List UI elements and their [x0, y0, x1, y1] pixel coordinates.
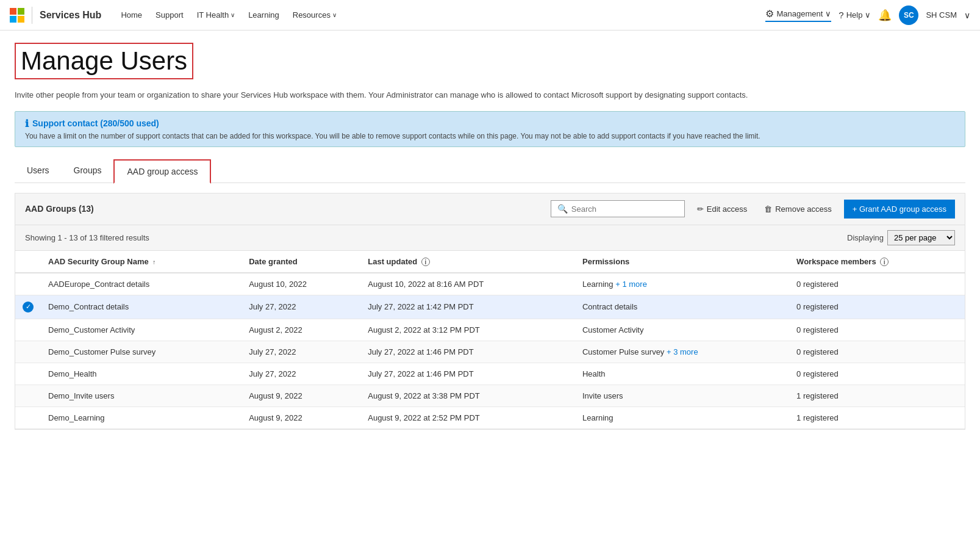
workspace-members-cell: 0 registered — [789, 363, 965, 385]
tab-aad-group-access[interactable]: AAD group access — [113, 159, 211, 184]
table-row: AADEurope_Contract detailsAugust 10, 202… — [15, 273, 965, 295]
search-icon: 🔍 — [557, 204, 568, 214]
avatar[interactable]: SC — [899, 5, 918, 25]
workspace-members-cell: 1 registered — [789, 407, 965, 428]
table-row: Demo_HealthJuly 27, 2022July 27, 2022 at… — [15, 363, 965, 385]
management-chevron: ∨ — [825, 9, 831, 18]
main-content: Manage Users Invite other people from yo… — [0, 31, 980, 442]
tabs: Users Groups AAD group access — [15, 159, 965, 183]
permissions-cell: Invite users — [575, 385, 789, 407]
group-name-cell: Demo_Customer Activity — [41, 319, 241, 341]
last-updated-cell: August 10, 2022 at 8:16 AM PDT — [360, 273, 575, 295]
last-updated-cell: July 27, 2022 at 1:46 PM PDT — [360, 363, 575, 385]
col-date-granted: Date granted — [241, 251, 360, 273]
last-updated-cell: August 2, 2022 at 3:12 PM PDT — [360, 319, 575, 341]
workspace-members-cell: 0 registered — [789, 273, 965, 295]
row-select-cell[interactable] — [15, 319, 41, 341]
row-select-cell[interactable]: ✓ — [15, 295, 41, 319]
last-updated-cell: August 9, 2022 at 2:52 PM PDT — [360, 407, 575, 428]
date-granted-cell: August 9, 2022 — [241, 385, 360, 407]
aad-groups-table: AAD Security Group Name ↑ Date granted L… — [15, 251, 965, 429]
microsoft-logo — [10, 8, 24, 23]
header-right: ⚙ Management ∨ ? Help ∨ 🔔 SC SH CSM ∨ — [765, 5, 970, 25]
avatar-initials: SC — [904, 11, 914, 20]
row-select-cell[interactable] — [15, 273, 41, 295]
table-header-row: AAD Security Group Name ↑ Date granted L… — [15, 251, 965, 273]
row-select-cell[interactable] — [15, 363, 41, 385]
svg-rect-0 — [10, 8, 16, 15]
notifications-icon[interactable]: 🔔 — [878, 9, 892, 22]
edit-icon: ✏ — [697, 204, 704, 214]
logo-area: Services Hub — [10, 7, 101, 24]
header: Services Hub Home Support IT Health ∨ Le… — [0, 0, 980, 31]
permissions-cell: Health — [575, 363, 789, 385]
workspace-members-cell: 0 registered — [789, 319, 965, 341]
last-updated-cell: August 9, 2022 at 3:38 PM PDT — [360, 385, 575, 407]
permissions-link[interactable]: + 3 more — [667, 347, 698, 356]
selected-checkbox[interactable]: ✓ — [23, 302, 34, 313]
displaying-label: Displaying — [847, 233, 884, 242]
group-name-cell: Demo_Customer Pulse survey — [41, 341, 241, 363]
grant-aad-group-access-button[interactable]: + Grant AAD group access — [844, 200, 955, 219]
management-menu[interactable]: ⚙ Management ∨ — [765, 8, 831, 22]
row-select-cell[interactable] — [15, 341, 41, 363]
permissions-cell: Customer Pulse survey + 3 more — [575, 341, 789, 363]
results-bar-right: Displaying 25 per page 50 per page 100 p… — [847, 230, 955, 245]
svg-rect-2 — [10, 16, 16, 23]
results-summary: Showing 1 - 13 of 13 filtered results — [25, 233, 149, 242]
page-title-box: Manage Users — [15, 43, 193, 79]
group-name-cell: Demo_Learning — [41, 407, 241, 428]
nav-learning[interactable]: Learning — [243, 8, 284, 22]
table-wrapper: AAD Security Group Name ↑ Date granted L… — [15, 250, 965, 430]
svg-rect-1 — [18, 8, 24, 15]
col-permissions: Permissions — [575, 251, 789, 273]
table-row: Demo_Customer Pulse surveyJuly 27, 2022J… — [15, 341, 965, 363]
help-menu[interactable]: ? Help ∨ — [839, 10, 871, 20]
group-count: AAD Groups (13) — [25, 204, 543, 214]
support-banner: ℹ Support contact (280/500 used) You hav… — [15, 111, 965, 147]
resources-chevron: ∨ — [332, 12, 337, 18]
remove-access-button[interactable]: 🗑 Remove access — [759, 202, 836, 216]
gear-icon: ⚙ — [765, 8, 774, 20]
nav-home[interactable]: Home — [116, 8, 147, 22]
help-label: Help — [846, 10, 863, 20]
brand-name: Services Hub — [40, 10, 101, 21]
management-label: Management — [776, 9, 823, 18]
search-box[interactable]: 🔍 — [551, 200, 685, 217]
row-select-cell[interactable] — [15, 407, 41, 428]
search-input[interactable] — [571, 204, 678, 214]
group-name-cell: AADEurope_Contract details — [41, 273, 241, 295]
date-granted-cell: August 10, 2022 — [241, 273, 360, 295]
nav-support[interactable]: Support — [151, 8, 188, 22]
sort-asc-icon: ↑ — [152, 259, 156, 266]
support-banner-title: ℹ Support contact (280/500 used) — [25, 118, 955, 129]
help-icon: ? — [839, 10, 843, 20]
tab-users[interactable]: Users — [15, 159, 62, 183]
date-granted-cell: August 9, 2022 — [241, 407, 360, 428]
permissions-link[interactable]: + 1 more — [615, 280, 647, 289]
workspace-members-info-icon[interactable]: i — [880, 258, 889, 266]
svg-rect-3 — [18, 16, 24, 23]
table-row: Demo_Customer ActivityAugust 2, 2022Augu… — [15, 319, 965, 341]
per-page-select[interactable]: 25 per page 50 per page 100 per page — [887, 230, 955, 245]
page-title: Manage Users — [21, 46, 187, 76]
support-banner-text: You have a limit on the number of suppor… — [25, 132, 955, 140]
permissions-cell: Learning — [575, 407, 789, 428]
nav-ithealth[interactable]: IT Health ∨ — [192, 8, 240, 22]
edit-access-button[interactable]: ✏ Edit access — [692, 202, 752, 216]
trash-icon: 🗑 — [764, 204, 772, 214]
table-row: Demo_LearningAugust 9, 2022August 9, 202… — [15, 407, 965, 428]
ithealth-chevron: ∨ — [231, 12, 235, 18]
row-select-cell[interactable] — [15, 385, 41, 407]
col-group-name[interactable]: AAD Security Group Name ↑ — [41, 251, 241, 273]
nav-resources[interactable]: Resources ∨ — [288, 8, 342, 22]
group-name-cell: Demo_Invite users — [41, 385, 241, 407]
date-granted-cell: July 27, 2022 — [241, 341, 360, 363]
tab-groups[interactable]: Groups — [62, 159, 114, 183]
workspace-members-cell: 0 registered — [789, 341, 965, 363]
header-divider — [32, 7, 32, 24]
col-workspace-members: Workspace members i — [789, 251, 965, 273]
last-updated-info-icon[interactable]: i — [421, 258, 430, 266]
date-granted-cell: August 2, 2022 — [241, 319, 360, 341]
workspace-members-cell: 0 registered — [789, 295, 965, 319]
